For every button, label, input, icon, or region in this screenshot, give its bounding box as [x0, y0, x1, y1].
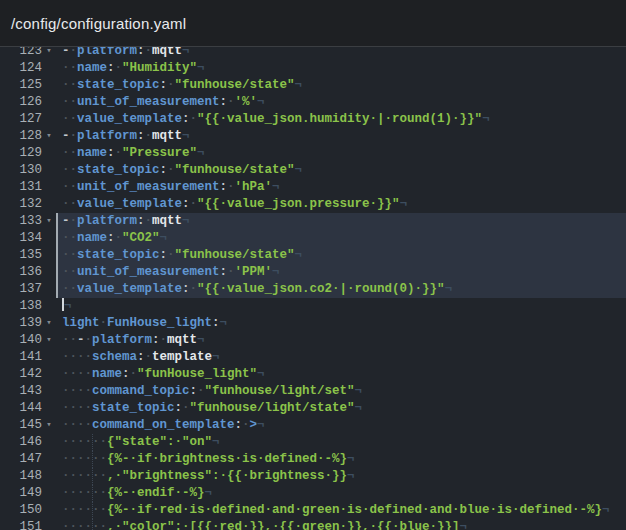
code-text[interactable]: ··-·platform:·mqtt¬: [56, 332, 626, 349]
code-text[interactable]: -·platform:·mqtt¬: [56, 213, 626, 230]
code-text[interactable]: ····command_topic:·"funhouse/light/set"¬: [56, 383, 626, 400]
code-text[interactable]: ····schema:·template¬: [56, 349, 626, 366]
code-text[interactable]: ··name:·"Pressure"¬: [56, 145, 626, 162]
code-text[interactable]: ··state_topic:·"funhouse/state"¬: [56, 247, 626, 264]
code-text[interactable]: ······,·"brightness":·{{·brightness·}}¬: [56, 468, 626, 485]
code-text[interactable]: ····command_on_template:·>¬: [56, 417, 626, 434]
fold-arrow-icon[interactable]: ▾: [43, 332, 55, 349]
line-number[interactable]: 145▾: [0, 417, 56, 434]
code-line[interactable]: 132··value_template:·"{{·value_json.pres…: [0, 196, 626, 213]
line-number[interactable]: 149: [0, 485, 56, 502]
code-line[interactable]: 143····command_topic:·"funhouse/light/se…: [0, 383, 626, 400]
line-number[interactable]: 138: [0, 298, 56, 315]
code-line[interactable]: 124··name:·"Humidity"¬: [0, 60, 626, 77]
code-line[interactable]: 145▾····command_on_template:·>¬: [0, 417, 626, 434]
code-text[interactable]: ··unit_of_measurement:·'hPa'¬: [56, 179, 626, 196]
line-number[interactable]: 132: [0, 196, 56, 213]
code-line[interactable]: 126··unit_of_measurement:·'%'¬: [0, 94, 626, 111]
line-number[interactable]: 131: [0, 179, 56, 196]
line-number[interactable]: 140▾: [0, 332, 56, 349]
code-line[interactable]: 139▾light·FunHouse_light:¬: [0, 315, 626, 332]
code-line[interactable]: 150······{%-·if·red·is·defined·and·green…: [0, 502, 626, 519]
token-eol: ¬: [355, 384, 363, 398]
code-line[interactable]: 125··state_topic:·"funhouse/state"¬: [0, 77, 626, 94]
token-str: 'PPM': [235, 265, 273, 279]
code-line[interactable]: 136··unit_of_measurement:·'PPM'¬: [0, 264, 626, 281]
code-line[interactable]: 129··name:·"Pressure"¬: [0, 145, 626, 162]
line-number[interactable]: 128▾: [0, 128, 56, 145]
code-text[interactable]: ······{"state":·"on"¬: [56, 434, 626, 451]
code-line[interactable]: 130··state_topic:·"funhouse/state"¬: [0, 162, 626, 179]
fold-arrow-icon[interactable]: ▾: [43, 47, 55, 60]
code-text[interactable]: ····state_topic:·"funhouse/light/state"¬: [56, 400, 626, 417]
code-text[interactable]: ····name:·"funHouse_light"¬: [56, 366, 626, 383]
code-text[interactable]: -·platform:·mqtt¬: [56, 128, 626, 145]
code-editor[interactable]: 123▾-·platform:·mqtt¬124··name:·"Humidit…: [0, 47, 626, 530]
code-text[interactable]: ······{%-·if·brightness·is·defined·-%}¬: [56, 451, 626, 468]
line-number[interactable]: 142: [0, 366, 56, 383]
code-text[interactable]: ··value_template:·"{{·value_json.pressur…: [56, 196, 626, 213]
code-text[interactable]: ··value_template:·"{{·value_json.humidit…: [56, 111, 626, 128]
code-line[interactable]: 135··state_topic:·"funhouse/state"¬: [0, 247, 626, 264]
fold-arrow-icon[interactable]: ▾: [43, 417, 55, 434]
line-number[interactable]: 150: [0, 502, 56, 519]
fold-arrow-icon[interactable]: ▾: [43, 128, 55, 145]
fold-arrow-icon[interactable]: ▾: [43, 315, 55, 332]
code-line[interactable]: 128▾-·platform:·mqtt¬: [0, 128, 626, 145]
line-number[interactable]: 130: [0, 162, 56, 179]
code-line[interactable]: 141····schema:·template¬: [0, 349, 626, 366]
code-text[interactable]: ··unit_of_measurement:·'PPM'¬: [56, 264, 626, 281]
code-text[interactable]: -·platform:·mqtt¬: [56, 47, 626, 60]
code-line[interactable]: 138¬: [0, 298, 626, 315]
line-number[interactable]: 129: [0, 145, 56, 162]
code-line[interactable]: 134··name:·"CO2"¬: [0, 230, 626, 247]
token-str: {%-·if·red·is·defined·and·green·is·defin…: [107, 503, 602, 517]
line-number[interactable]: 123▾: [0, 47, 56, 60]
code-line[interactable]: 144····state_topic:·"funhouse/light/stat…: [0, 400, 626, 417]
token-ws: ······: [62, 469, 107, 483]
code-line[interactable]: 123▾-·platform:·mqtt¬: [0, 47, 626, 60]
code-line[interactable]: 137··value_template:·"{{·value_json.co2·…: [0, 281, 626, 298]
code-line[interactable]: 140▾··-·platform:·mqtt¬: [0, 332, 626, 349]
line-number[interactable]: 148: [0, 468, 56, 485]
code-line[interactable]: 127··value_template:·"{{·value_json.humi…: [0, 111, 626, 128]
code-line[interactable]: 142····name:·"funHouse_light"¬: [0, 366, 626, 383]
line-number[interactable]: 144: [0, 400, 56, 417]
code-text[interactable]: ··name:·"Humidity"¬: [56, 60, 626, 77]
line-number[interactable]: 135: [0, 247, 56, 264]
code-line[interactable]: 151······,·"color":·[{{·red·}},·{{·green…: [0, 519, 626, 530]
code-text[interactable]: ······{%-·endif·-%}¬: [56, 485, 626, 502]
code-line[interactable]: 148······,·"brightness":·{{·brightness·}…: [0, 468, 626, 485]
code-line[interactable]: 146······{"state":·"on"¬: [0, 434, 626, 451]
line-number[interactable]: 133▾: [0, 213, 56, 230]
token-ws: ····: [62, 418, 92, 432]
code-text[interactable]: ··state_topic:·"funhouse/state"¬: [56, 162, 626, 179]
line-number[interactable]: 141: [0, 349, 56, 366]
code-text[interactable]: ··unit_of_measurement:·'%'¬: [56, 94, 626, 111]
line-number[interactable]: 124: [0, 60, 56, 77]
line-number[interactable]: 127: [0, 111, 56, 128]
line-number[interactable]: 151: [0, 519, 56, 530]
code-text[interactable]: ······{%-·if·red·is·defined·and·green·is…: [56, 502, 626, 519]
code-text[interactable]: ··value_template:·"{{·value_json.co2·|·r…: [56, 281, 626, 298]
code-line[interactable]: 133▾-·platform:·mqtt¬: [0, 213, 626, 230]
line-number[interactable]: 136: [0, 264, 56, 281]
line-number[interactable]: 134: [0, 230, 56, 247]
code-text[interactable]: ¬: [56, 298, 626, 315]
line-number[interactable]: 126: [0, 94, 56, 111]
code-line[interactable]: 149······{%-·endif·-%}¬: [0, 485, 626, 502]
code-text[interactable]: light·FunHouse_light:¬: [56, 315, 626, 332]
line-number[interactable]: 147: [0, 451, 56, 468]
line-number[interactable]: 143: [0, 383, 56, 400]
fold-arrow-icon[interactable]: ▾: [43, 213, 55, 230]
code-line[interactable]: 147······{%-·if·brightness·is·defined·-%…: [0, 451, 626, 468]
line-number[interactable]: 146: [0, 434, 56, 451]
code-line[interactable]: 131··unit_of_measurement:·'hPa'¬: [0, 179, 626, 196]
line-number[interactable]: 137: [0, 281, 56, 298]
code-text[interactable]: ··state_topic:·"funhouse/state"¬: [56, 77, 626, 94]
code-text[interactable]: ··name:·"CO2"¬: [56, 230, 626, 247]
line-number[interactable]: 139▾: [0, 315, 56, 332]
token-punct: :: [160, 248, 168, 262]
line-number[interactable]: 125: [0, 77, 56, 94]
code-text[interactable]: ······,·"color":·[{{·red·}},·{{·green·}}…: [56, 519, 626, 530]
